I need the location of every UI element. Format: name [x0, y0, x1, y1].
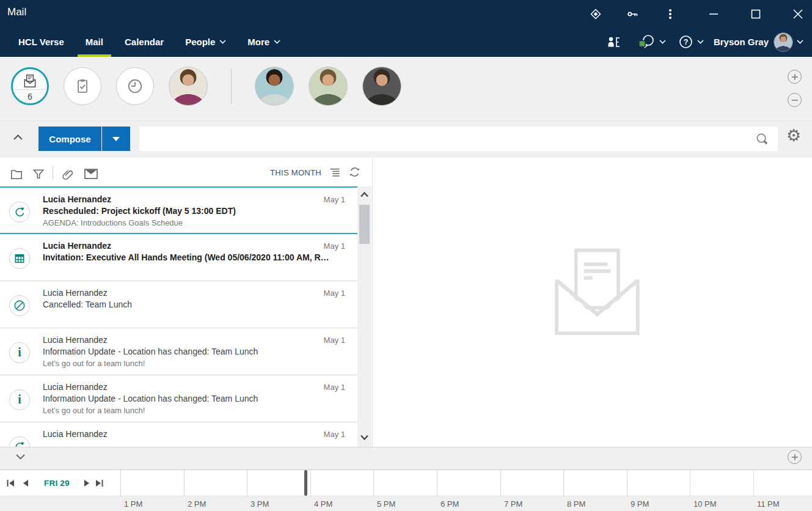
hour-gridline	[563, 470, 564, 496]
overflow-menu-icon[interactable]	[664, 7, 677, 21]
clock-icon	[126, 77, 144, 95]
next-day-icon[interactable]	[83, 479, 91, 487]
collapse-people-bar-chevron-icon[interactable]	[13, 134, 23, 141]
important-to-me-icon[interactable]	[607, 35, 621, 49]
nav-item-calendar[interactable]: Calendar	[125, 27, 164, 57]
mail-sender: Lucia Hernandez	[43, 382, 108, 392]
scroll-down-icon[interactable]	[360, 435, 369, 441]
remove-person-button[interactable]	[788, 93, 802, 107]
envelope-icon[interactable]	[84, 168, 98, 180]
hour-gridline	[753, 470, 754, 496]
hour-label: 4 PM	[314, 499, 332, 509]
scroll-up-icon[interactable]	[360, 191, 369, 197]
hour-gridline	[627, 470, 627, 496]
search-bar	[139, 127, 778, 151]
primary-navbar: HCL VerseMailCalendarPeopleMore ? Bryson…	[0, 27, 812, 57]
chat-status-icon[interactable]	[637, 34, 656, 50]
mail-subject: Rescheduled: Project kickoff (May 5 13:0…	[43, 206, 236, 216]
pinned-person-avatar[interactable]	[255, 67, 294, 106]
mail-sender: Lucia Hernandez	[43, 429, 108, 439]
user-menu-chevron-icon[interactable]	[797, 40, 803, 44]
user-avatar[interactable]	[774, 32, 793, 52]
app-switcher-icon[interactable]	[589, 7, 602, 21]
mail-list-item[interactable]: Lucia HernandezRescheduled: Project kick…	[0, 186, 357, 234]
hour-label: 11 PM	[757, 499, 780, 509]
nav-item-people[interactable]: People	[185, 27, 226, 57]
key-icon[interactable]	[626, 7, 639, 21]
nav-item-more[interactable]: More	[247, 27, 280, 57]
hour-label: 1 PM	[124, 499, 142, 509]
mail-list-item[interactable]: Lucia HernandezCancelled: Team LunchMay …	[0, 281, 357, 328]
hour-gridline	[437, 470, 437, 496]
hour-gridline	[310, 470, 311, 496]
nav-item-mail[interactable]: Mail	[86, 27, 103, 57]
maximize-button[interactable]	[749, 7, 763, 21]
mail-preview: AGENDA: Introductions Goals Schedue	[43, 218, 183, 227]
filter-funnel-icon[interactable]	[32, 168, 45, 180]
sort-lines-icon[interactable]	[329, 166, 341, 178]
last-day-icon[interactable]	[95, 479, 104, 487]
pinned-person-avatar[interactable]	[309, 67, 348, 106]
mail-date: May 1	[324, 195, 345, 204]
info-glyph: i	[18, 345, 21, 359]
mail-list-scrollbar[interactable]	[357, 186, 371, 447]
search-input[interactable]	[139, 127, 753, 151]
window-title: Mail	[7, 6, 26, 18]
pinned-person-avatar[interactable]	[169, 67, 208, 106]
timeline-date-nav: FRI 29	[6, 470, 104, 496]
add-person-button[interactable]	[788, 70, 802, 84]
add-event-button[interactable]	[788, 450, 802, 464]
search-icon[interactable]	[755, 132, 769, 146]
todo-circle-button[interactable]	[64, 67, 101, 105]
reading-pane	[373, 158, 812, 447]
mail-sender: Lucia Hernandez	[43, 241, 111, 251]
nav-item-hcl-verse[interactable]: HCL Verse	[18, 27, 64, 57]
minimize-button[interactable]	[707, 7, 720, 21]
close-button[interactable]	[791, 7, 805, 21]
mail-sender: Lucia Hernandez	[43, 288, 108, 298]
window-titlebar: Mail	[0, 0, 812, 27]
scrollbar-thumb[interactable]	[359, 205, 370, 244]
hour-label: 3 PM	[251, 499, 269, 509]
previous-day-icon[interactable]	[21, 479, 29, 487]
hour-gridline	[247, 470, 247, 496]
people-bar-divider	[231, 68, 232, 104]
inbox-unread-count: 6	[13, 89, 47, 103]
caret-down-icon	[112, 137, 120, 141]
toolbar-divider	[53, 166, 53, 180]
mail-sender: Lucia Hernandez	[43, 335, 108, 345]
help-chevron-icon[interactable]	[697, 40, 704, 44]
attachment-paperclip-icon[interactable]	[61, 168, 75, 182]
calendar-strip-header	[0, 447, 812, 469]
settings-gear-icon[interactable]: ⚙	[786, 126, 801, 145]
mail-list: Lucia HernandezRescheduled: Project kick…	[0, 186, 357, 447]
mail-date: May 1	[324, 383, 345, 392]
folder-icon[interactable]	[10, 168, 23, 180]
mail-list-item[interactable]: iLucia HernandezInformation Update - Loc…	[0, 375, 357, 422]
mail-list-item[interactable]: Lucia HernandezMay 1	[0, 422, 357, 447]
timeline-date-label[interactable]: FRI 29	[44, 479, 70, 488]
hour-label: 5 PM	[377, 499, 395, 509]
hour-gridline	[184, 470, 185, 496]
refresh-sync-icon[interactable]	[348, 166, 361, 178]
collapse-calendar-chevron-icon[interactable]	[15, 454, 26, 460]
pinned-person-avatar[interactable]	[362, 67, 401, 106]
compose-button[interactable]: Compose	[38, 127, 101, 151]
mail-list-item[interactable]: iLucia HernandezInformation Update - Loc…	[0, 328, 357, 375]
waiting-for-circle-button[interactable]	[116, 67, 154, 105]
mail-preview: Let's go out for a team lunch!	[43, 359, 145, 368]
date-range-label[interactable]: THIS MONTH	[270, 168, 321, 177]
inbox-circle-button[interactable]: 6	[11, 67, 49, 105]
clipboard-check-icon	[74, 78, 91, 95]
mail-subject: Information Update - Location has change…	[43, 347, 258, 356]
open-envelope-icon	[22, 73, 38, 89]
chevron-down-icon	[219, 40, 226, 44]
first-day-icon[interactable]	[6, 479, 15, 487]
help-icon[interactable]: ?	[678, 34, 693, 50]
mail-list-item[interactable]: Lucia HernandezInvitation: Executive All…	[0, 234, 357, 281]
chat-status-chevron-icon[interactable]	[659, 40, 666, 44]
user-name[interactable]: Bryson Gray	[714, 37, 769, 47]
compose-dropdown-button[interactable]	[101, 127, 130, 151]
timeline-hour-labels: 1 PM2 PM3 PM4 PM5 PM6 PM7 PM8 PM9 PM10 P…	[0, 496, 812, 511]
mail-list-toolbar: THIS MONTH	[0, 158, 373, 186]
